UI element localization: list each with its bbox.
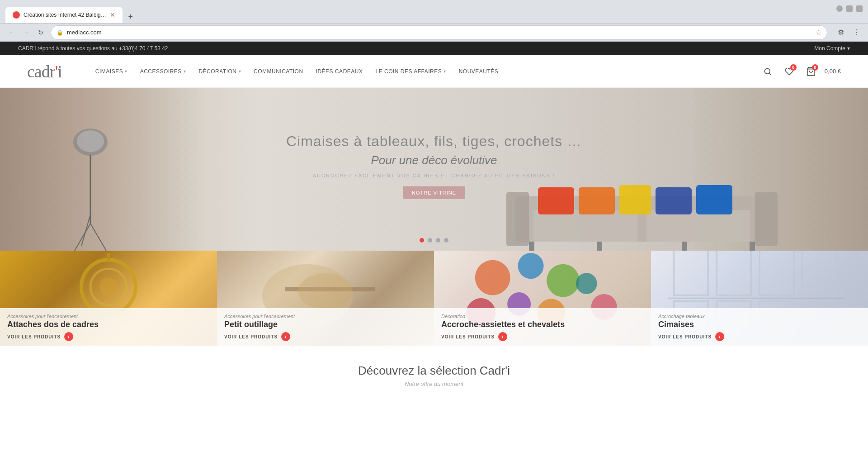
forward-button[interactable]: → bbox=[20, 26, 33, 39]
star-icon[interactable]: ☆ bbox=[816, 29, 821, 37]
slider-dot-1[interactable] bbox=[420, 238, 424, 243]
cart-button[interactable]: 0 bbox=[803, 63, 819, 80]
hero-title: Cimaises à tableaux, fils, tiges, croche… bbox=[286, 133, 582, 150]
card-arrow-icon-attaches: › bbox=[64, 332, 73, 341]
svg-point-32 bbox=[547, 264, 580, 297]
svg-point-29 bbox=[298, 273, 353, 309]
extensions-icon[interactable]: ⚙ bbox=[835, 26, 847, 39]
slider-dot-2[interactable] bbox=[428, 238, 432, 243]
logo-wrap[interactable]: cadr'i bbox=[27, 62, 62, 81]
browser-right-icons: ⚙ ⋮ bbox=[835, 26, 863, 39]
top-bar-message: CADR'I répond à toutes vos questions au … bbox=[18, 45, 168, 52]
room-left-decor bbox=[54, 115, 145, 251]
tab-close-button[interactable]: ✕ bbox=[110, 11, 115, 19]
maximize-button[interactable] bbox=[846, 5, 853, 12]
lock-icon: 🔒 bbox=[57, 29, 63, 36]
minimize-button[interactable] bbox=[836, 5, 843, 12]
selection-subtitle: Notre offre du moment bbox=[0, 381, 868, 387]
header-actions: 0 0 0,00 € bbox=[760, 63, 841, 80]
selection-section: Découvrez la sélection Cadr'i Notre offr… bbox=[0, 346, 868, 396]
svg-line-1 bbox=[769, 73, 771, 75]
nav-idees-cadeaux[interactable]: IDÉES CADEAUX bbox=[310, 55, 369, 88]
product-card-outillage[interactable]: Accessoires pour l'encadrement Petit out… bbox=[217, 251, 434, 346]
card-link-attaches[interactable]: VOIR LES PRODUITS › bbox=[7, 332, 210, 341]
svg-rect-40 bbox=[760, 251, 794, 295]
svg-point-30 bbox=[475, 260, 510, 295]
svg-point-26 bbox=[99, 278, 118, 296]
svg-rect-16 bbox=[619, 185, 651, 214]
nav-coin-affaires[interactable]: LE COIN DES AFFAIRES ▾ bbox=[369, 55, 452, 88]
slider-dots bbox=[420, 238, 448, 243]
svg-point-0 bbox=[764, 68, 770, 74]
wishlist-button[interactable]: 0 bbox=[781, 63, 797, 80]
new-tab-button[interactable]: + bbox=[124, 10, 137, 23]
svg-line-8 bbox=[81, 214, 90, 246]
site-logo: cadr'i bbox=[27, 62, 62, 81]
nav-controls: ← → ↻ bbox=[5, 26, 47, 39]
card-arrow-icon-outillage: › bbox=[281, 332, 290, 341]
svg-rect-39 bbox=[717, 251, 751, 295]
card-overlay-cimaises: Accrochage tableaux Cimaises VOIR LES PR… bbox=[651, 308, 868, 346]
svg-point-4 bbox=[77, 130, 104, 152]
nav-nouveautes[interactable]: NOUVEAUTÉS bbox=[453, 55, 505, 88]
svg-rect-13 bbox=[646, 210, 750, 242]
site-header: cadr'i CIMAISES ▾ ACCESSOIRES ▾ DÉCORATI… bbox=[0, 55, 868, 88]
svg-rect-22 bbox=[682, 242, 687, 251]
product-cards-grid: Accessoires pour l'encadrement Attaches … bbox=[0, 251, 868, 346]
card-category-cimaises: Accrochage tableaux bbox=[658, 314, 861, 319]
active-tab[interactable]: Création sites Internet 42 Balbig… ✕ bbox=[5, 7, 123, 23]
reload-button[interactable]: ↻ bbox=[34, 26, 47, 39]
card-overlay-attaches: Accessoires pour l'encadrement Attaches … bbox=[0, 308, 217, 346]
search-button[interactable] bbox=[760, 63, 776, 80]
hero-subtitle: Pour une déco évolutive bbox=[286, 153, 582, 167]
address-input[interactable] bbox=[67, 29, 812, 36]
product-card-assiettes[interactable]: Décoration Accroche-assiettes et chevale… bbox=[434, 251, 651, 346]
hero-content: Cimaises à tableaux, fils, tiges, croche… bbox=[286, 133, 582, 199]
card-arrow-icon-assiettes: › bbox=[498, 332, 507, 341]
svg-rect-19 bbox=[529, 242, 534, 251]
decoration-chevron-icon: ▾ bbox=[239, 69, 241, 74]
card-category-assiettes: Décoration bbox=[441, 314, 644, 319]
svg-rect-11 bbox=[755, 192, 778, 246]
svg-rect-15 bbox=[579, 187, 615, 214]
svg-rect-38 bbox=[674, 251, 708, 295]
card-link-cimaises[interactable]: VOIR LES PRODUITS › bbox=[658, 332, 861, 341]
menu-icon[interactable]: ⋮ bbox=[850, 26, 863, 39]
card-link-assiettes[interactable]: VOIR LES PRODUITS › bbox=[441, 332, 644, 341]
slider-dot-3[interactable] bbox=[436, 238, 440, 243]
svg-rect-41 bbox=[802, 251, 837, 295]
svg-rect-12 bbox=[533, 210, 637, 242]
main-navigation: CIMAISES ▾ ACCESSOIRES ▾ DÉCORATION ▾ CO… bbox=[89, 55, 760, 88]
card-title-assiettes: Accroche-assiettes et chevalets bbox=[441, 320, 644, 329]
product-card-cimaises[interactable]: Accrochage tableaux Cimaises VOIR LES PR… bbox=[651, 251, 868, 346]
back-button[interactable]: ← bbox=[5, 26, 18, 39]
selection-title: Découvrez la sélection Cadr'i bbox=[0, 364, 868, 378]
card-category-outillage: Accessoires pour l'encadrement bbox=[224, 314, 427, 319]
svg-point-31 bbox=[518, 253, 544, 279]
card-category-attaches: Accessoires pour l'encadrement bbox=[7, 314, 210, 319]
card-title-attaches: Attaches dos de cadres bbox=[7, 320, 210, 329]
cimaises-chevron-icon: ▾ bbox=[125, 69, 127, 74]
svg-line-7 bbox=[90, 224, 106, 251]
account-chevron-icon: ▾ bbox=[847, 45, 850, 52]
top-bar-account[interactable]: Mon Compte ▾ bbox=[814, 45, 850, 52]
close-button[interactable] bbox=[856, 5, 863, 12]
svg-line-6 bbox=[75, 224, 90, 251]
svg-rect-20 bbox=[750, 242, 755, 251]
nav-decoration[interactable]: DÉCORATION ▾ bbox=[192, 55, 247, 88]
hero-cta-button[interactable]: NOTRE VITRINE bbox=[403, 186, 465, 199]
tab-favicon bbox=[13, 11, 20, 19]
nav-accessoires[interactable]: ACCESSOIRES ▾ bbox=[134, 55, 193, 88]
card-link-outillage[interactable]: VOIR LES PRODUITS › bbox=[224, 332, 427, 341]
card-overlay-outillage: Accessoires pour l'encadrement Petit out… bbox=[217, 308, 434, 346]
product-card-attaches[interactable]: Accessoires pour l'encadrement Attaches … bbox=[0, 251, 217, 346]
browser-chrome: Création sites Internet 42 Balbig… ✕ + bbox=[0, 0, 868, 24]
cart-badge: 0 bbox=[812, 64, 818, 71]
svg-rect-18 bbox=[696, 185, 732, 214]
browser-tabs: Création sites Internet 42 Balbig… ✕ + bbox=[5, 0, 137, 23]
card-title-cimaises: Cimaises bbox=[658, 320, 861, 329]
svg-point-36 bbox=[576, 273, 597, 294]
nav-communication[interactable]: COMMUNICATION bbox=[247, 55, 310, 88]
nav-cimaises[interactable]: CIMAISES ▾ bbox=[89, 55, 134, 88]
slider-dot-4[interactable] bbox=[444, 238, 448, 243]
